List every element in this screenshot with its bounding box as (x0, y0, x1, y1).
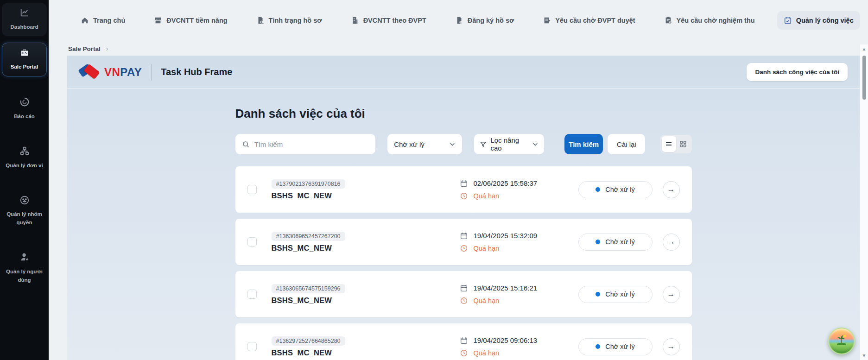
status-pill[interactable]: Chờ xử lý (578, 286, 653, 303)
arrow-right-icon: → (667, 237, 675, 246)
tab-dvcntt-tiem-nang[interactable]: ĐVCNTT tiềm năng (147, 11, 234, 30)
frame-title: Task Hub Frame (161, 67, 232, 77)
scrollbar-thumb[interactable] (862, 56, 866, 100)
task-id-badge: #1379021376391970816 (272, 179, 345, 189)
task-id-badge: #1362972527664865280 (272, 336, 345, 346)
home-icon (81, 16, 89, 25)
task-info: #1363065674575159296 BSHS_MC_NEW (272, 284, 460, 305)
tab-label: ĐVCNTT theo ĐVPT (363, 17, 426, 24)
breadcrumb-sale-portal[interactable]: Sale Portal (68, 45, 101, 52)
search-icon (242, 140, 250, 148)
open-task-button[interactable]: → (663, 338, 680, 355)
clock-icon (460, 192, 468, 200)
task-time: 19/04/2025 09:06:13 Quá hạn (460, 336, 571, 357)
frame-header: VNPAY Task Hub Frame Danh sách công việc… (67, 56, 860, 89)
my-task-list-button[interactable]: Danh sách công việc của tôi (747, 63, 848, 81)
tab-label: Yêu cầu chờ ĐVPT duyệt (555, 17, 635, 24)
funnel-icon (480, 140, 487, 148)
status-filter-value: Chờ xử lý (394, 140, 424, 148)
task-checkbox[interactable] (247, 290, 257, 299)
status-label: Chờ xử lý (605, 186, 635, 193)
sidebar-item-sale-portal[interactable]: Sale Portal (2, 43, 47, 77)
task-checkbox[interactable] (247, 185, 257, 194)
briefcase-icon (19, 48, 30, 63)
clock-icon (460, 349, 468, 357)
grid-view-button[interactable] (676, 136, 691, 152)
sidebar-item-bao-cao[interactable]: Báo cáo (2, 92, 47, 126)
file-register-icon (455, 16, 463, 25)
island-widget-button[interactable] (828, 328, 855, 354)
sidebar-item-dashboard[interactable]: Dashboard (2, 3, 47, 36)
store-icon (154, 16, 162, 25)
status-pill[interactable]: Chờ xử lý (578, 181, 653, 198)
org-chart-icon (19, 146, 30, 162)
palm-tree-icon (835, 333, 849, 347)
status-filter-select[interactable]: Chờ xử lý (387, 134, 462, 154)
tab-quan-ly-cong-viec[interactable]: Quản lý công việc (777, 11, 860, 30)
task-card: #1363065674575159296 BSHS_MC_NEW 19/04/2… (235, 271, 692, 317)
tab-label: Quản lý công việc (796, 17, 854, 24)
scroll-up-icon[interactable]: ▲ (860, 46, 868, 51)
vertical-scrollbar[interactable]: ▲ ▼ (860, 44, 868, 360)
calendar-icon (460, 336, 468, 345)
sidebar-item-quan-ly-nguoi-dung[interactable]: Quản lý người dùng (2, 247, 47, 289)
sidebar-item-quan-ly-nhom-quyen[interactable]: Quản lý nhóm quyền (2, 190, 47, 232)
task-card: #1379021376391970816 BSHS_MC_NEW 02/06/2… (235, 166, 692, 213)
scroll-down-icon[interactable]: ▼ (860, 353, 868, 358)
top-navigation: Trang chủ ĐVCNTT tiềm năng Tình trạng hồ… (49, 0, 860, 41)
sidebar-item-label: Dashboard (10, 23, 38, 32)
chevron-down-icon (449, 141, 456, 147)
overdue-label: Quá hạn (474, 297, 500, 304)
sidebar: Dashboard Sale Portal Báo cáo Quản lý đơ… (0, 0, 49, 360)
open-task-button[interactable]: → (663, 181, 680, 198)
task-info: #1362972527664865280 BSHS_MC_NEW (272, 336, 460, 357)
task-datetime: 02/06/2025 15:58:37 (474, 179, 538, 187)
tab-yeu-cau-cho-dvpt-duyet[interactable]: Yêu cầu chờ ĐVPT duyệt (536, 11, 641, 30)
task-card: #1363069652457267200 BSHS_MC_NEW 19/04/2… (235, 219, 692, 265)
tab-label: Đăng ký hồ sơ (468, 17, 514, 24)
tab-tinh-trang-ho-so[interactable]: Tình trạng hồ sơ (250, 11, 329, 30)
task-title: BSHS_MC_NEW (272, 348, 460, 357)
open-task-button[interactable]: → (663, 286, 680, 303)
clipboard-clock-icon (664, 16, 672, 25)
tab-trang-chu[interactable]: Trang chủ (74, 11, 132, 30)
calendar-icon (460, 284, 468, 292)
view-toggle (660, 135, 692, 153)
status-pill[interactable]: Chờ xử lý (578, 234, 653, 251)
task-time: 19/04/2025 15:16:21 Quá hạn (460, 284, 571, 305)
group-icon (19, 195, 30, 211)
task-checkbox[interactable] (247, 237, 257, 246)
search-box[interactable] (235, 134, 376, 154)
status-pill[interactable]: Chờ xử lý (578, 338, 653, 355)
task-checkbox[interactable] (247, 342, 257, 351)
advanced-filter-button[interactable]: Lọc nâng cao (474, 134, 544, 154)
list-view-icon (665, 140, 672, 148)
building-icon (351, 16, 359, 25)
sidebar-item-quan-ly-don-vi[interactable]: Quản lý đơn vị (2, 141, 47, 175)
status-label: Chờ xử lý (605, 343, 635, 350)
reset-button[interactable]: Cài lại (608, 134, 645, 154)
chevron-down-icon (532, 141, 539, 147)
vnpay-logo: VNPAY (79, 64, 142, 80)
open-task-button[interactable]: → (663, 234, 680, 251)
tab-yeu-cau-cho-nghiem-thu[interactable]: Yêu cầu chờ nghiệm thu (658, 11, 761, 30)
search-input[interactable] (254, 140, 369, 148)
chevron-right-icon: › (106, 45, 108, 52)
vnpay-logo-icon (79, 64, 100, 80)
search-button[interactable]: Tìm kiếm (564, 134, 603, 154)
status-label: Chờ xử lý (605, 238, 635, 246)
tab-dang-ky-ho-so[interactable]: Đăng ký hồ sơ (449, 11, 521, 30)
clock-icon (460, 244, 468, 253)
tab-dvcntt-theo-dvpt[interactable]: ĐVCNTT theo ĐVPT (344, 11, 433, 30)
calendar-icon (460, 232, 468, 240)
arrow-right-icon: → (667, 185, 675, 194)
list-view-button[interactable] (662, 136, 676, 152)
advanced-filter-label: Lọc nâng cao (490, 136, 528, 152)
page-title: Danh sách việc của tôi (235, 107, 692, 121)
sidebar-item-label: Quản lý người dùng (3, 268, 46, 284)
tab-label: ĐVCNTT tiềm năng (166, 17, 227, 24)
task-info: #1363069652457267200 BSHS_MC_NEW (272, 232, 460, 253)
task-time: 19/04/2025 15:32:09 Quá hạn (460, 232, 571, 253)
status-dot (596, 240, 600, 244)
tab-label: Tình trạng hồ sơ (269, 17, 322, 24)
